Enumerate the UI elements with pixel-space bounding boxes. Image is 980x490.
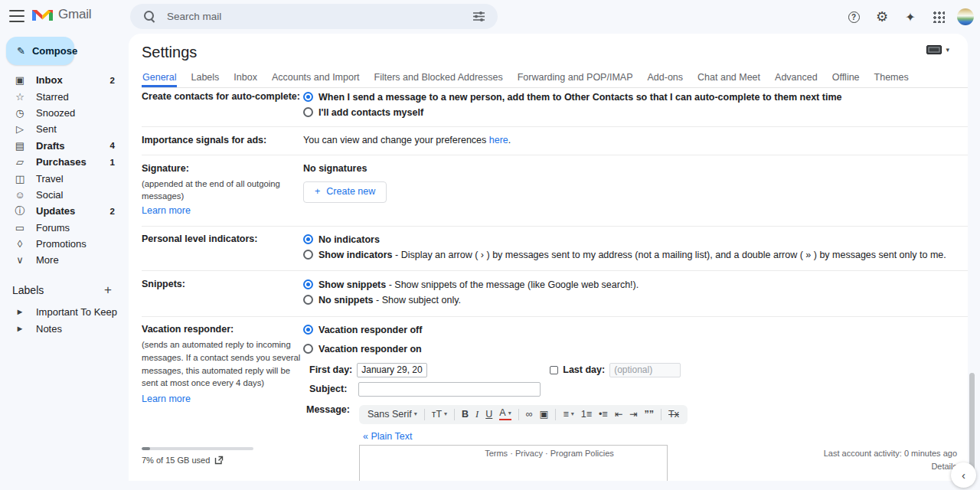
insert-link-button[interactable]: ∞ [526,408,533,421]
text-color-button[interactable]: A▾ [499,408,511,420]
details-link[interactable]: Details [824,460,957,473]
sidebar: ✎ Compose ▣Inbox2☆Starred◷Snoozed▷Sent▤D… [0,34,129,490]
apps-grid-icon[interactable] [929,7,949,27]
option-label: Show indicators - Display an arrow ( › )… [318,249,946,262]
bullet-list-button[interactable]: •≡ [599,408,608,421]
avatar[interactable] [957,8,974,25]
sidebar-item-sent[interactable]: ▷Sent [0,121,129,137]
sidebar-item-starred[interactable]: ☆Starred [0,88,129,104]
label-item-notes[interactable]: ►Notes [0,320,129,337]
sidebar-item-more[interactable]: ∨More [0,252,129,268]
search-bar[interactable] [130,4,498,29]
tab-labels[interactable]: Labels [190,69,220,87]
sidebar-item-promotions[interactable]: ◊Promotions [0,236,129,252]
radio-show-snippets[interactable] [303,279,313,289]
collapse-side-panel-icon[interactable]: ‹ [951,462,976,488]
program-policies-link[interactable]: Program Policies [550,449,614,458]
radio-no-snippets[interactable] [303,295,313,305]
row-label: Snippets: [142,278,303,309]
sidebar-item-updates[interactable]: ⓘUpdates2 [0,203,129,219]
sidebar-item-drafts[interactable]: ▤Drafts4 [0,138,129,154]
gemini-sparkle-icon[interactable]: ✦ [900,7,920,27]
sidebar-item-social[interactable]: ☺Social [0,187,129,203]
font-family-select[interactable]: Sans Serif▾ [368,408,417,421]
tab-general[interactable]: General [142,69,177,87]
search-options-icon[interactable] [472,10,485,23]
here-link[interactable]: here [489,135,508,145]
main-menu-icon[interactable] [9,10,24,22]
labels-header: Labels + [0,280,129,300]
row-personal-indicators: Personal level indicators: No indicators… [142,227,968,271]
sidebar-item-travel[interactable]: ◫Travel [0,170,129,186]
align-button[interactable]: ≡▾ [563,408,573,421]
learn-more-link[interactable]: Learn more [142,204,303,217]
last-day-input[interactable] [609,363,681,377]
subject-input[interactable] [358,382,541,397]
italic-button[interactable]: I [475,408,479,421]
last-day-checkbox[interactable] [550,366,558,374]
topbar-icons: ? ⚙ ✦ [844,0,974,34]
input-tools-button[interactable]: ▾ [926,45,949,54]
create-signature-button[interactable]: + Create new [303,181,387,203]
compose-button[interactable]: ✎ Compose [6,37,74,65]
radio-auto-complete-on[interactable] [303,92,313,102]
numbered-list-button[interactable]: 1≡ [581,408,592,421]
radio-auto-complete-off[interactable] [303,107,313,117]
tab-add-ons[interactable]: Add-ons [646,69,684,87]
tab-advanced[interactable]: Advanced [774,69,818,87]
tab-accounts-and-import[interactable]: Accounts and Import [271,69,361,87]
radio-show-indicators[interactable] [303,250,313,260]
last-activity-text: Last account activity: 0 minutes ago [824,447,957,460]
remove-formatting-button[interactable]: Tx [668,408,679,421]
sidebar-item-forums[interactable]: ▭Forums [0,220,129,236]
sidebar-item-label: Sent [36,123,115,135]
sidebar-item-purchases[interactable]: ▱Purchases1 [0,154,129,170]
indent-more-button[interactable]: ⇥ [629,408,637,421]
quote-button[interactable]: ”” [645,408,655,421]
option-label: I'll add contacts myself [318,106,423,119]
radio-vacation-on[interactable] [303,344,313,354]
terms-link[interactable]: Terms [485,449,508,458]
radio-no-indicators[interactable] [303,234,313,244]
bold-button[interactable]: B [462,408,469,421]
row-snippets: Snippets: Show snippets - Show snippets … [142,271,968,317]
row-auto-complete: Create contacts for auto-complete: When … [142,88,968,127]
insert-image-button[interactable]: ▣ [540,408,549,421]
privacy-link[interactable]: Privacy [515,449,543,458]
learn-more-link[interactable]: Learn more [142,393,303,406]
tab-themes[interactable]: Themes [874,69,910,87]
search-input[interactable] [167,11,472,22]
plain-text-link[interactable]: « Plain Text [363,430,688,443]
indent-less-button[interactable]: ⇤ [615,408,622,421]
toolbar-divider [518,409,519,420]
label-icon: ► [14,324,26,333]
tab-forwarding-and-pop-imap[interactable]: Forwarding and POP/IMAP [517,69,634,87]
help-icon[interactable]: ? [844,7,864,27]
sidebar-item-label: Updates [36,205,110,217]
send-icon: ▷ [14,123,26,135]
gmail-logo[interactable]: Gmail [32,7,91,22]
tab-offline[interactable]: Offline [831,69,861,87]
clock-icon: ◷ [14,107,26,119]
add-label-icon[interactable]: + [104,283,112,298]
vacation-note: (sends an automated reply to incoming me… [142,338,305,390]
gear-icon[interactable]: ⚙ [872,7,892,27]
signature-status: No signatures [303,162,957,175]
sidebar-item-snoozed[interactable]: ◷Snoozed [0,105,129,121]
sidebar-item-inbox[interactable]: ▣Inbox2 [0,72,129,88]
text-size-button[interactable]: тT▾ [432,408,447,421]
label-item-important-to-keep[interactable]: ►Important To Keep [0,303,129,320]
sidebar-nav: ▣Inbox2☆Starred◷Snoozed▷Sent▤Drafts4▱Pur… [0,72,129,269]
underline-button[interactable]: U [485,408,492,421]
radio-vacation-off[interactable] [303,325,313,335]
toolbar-divider [555,409,556,420]
sidebar-item-label: Inbox [36,74,110,86]
tab-chat-and-meet[interactable]: Chat and Meet [697,69,761,87]
option-label: No indicators [318,234,380,247]
tab-inbox[interactable]: Inbox [233,69,258,87]
first-day-input[interactable] [357,363,427,377]
row-label: Personal level indicators: [142,233,303,264]
tab-filters-and-blocked-addresses[interactable]: Filters and Blocked Addresses [374,69,504,87]
row-label: Create contacts for auto-complete: [142,90,303,122]
row-label: Signature: [142,162,303,175]
